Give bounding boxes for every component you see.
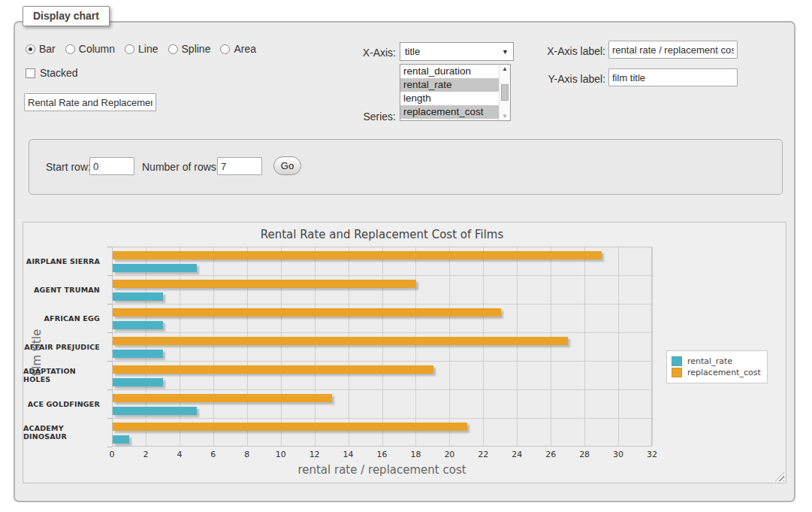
x-tick-label: 2 <box>131 450 161 459</box>
scroll-up-icon[interactable]: ▲ <box>500 65 510 72</box>
x-tick-label: 16 <box>367 450 397 459</box>
bar-rental_rate <box>113 378 163 386</box>
gridline <box>113 332 651 333</box>
radio-icon[interactable] <box>125 44 134 54</box>
stacked-checkbox[interactable] <box>26 68 35 78</box>
x-tick-label: 28 <box>569 450 599 459</box>
y-tick-mark <box>107 389 112 390</box>
start-row-input[interactable] <box>89 157 134 175</box>
x-axis-select-value: title <box>405 46 420 57</box>
number-of-rows-input[interactable] <box>217 157 262 175</box>
display-chart-panel: BarColumnLineSplineArea Stacked X-Axis: … <box>14 21 795 502</box>
series-scrollbar[interactable]: ▲ ▼ <box>499 65 510 120</box>
number-of-rows-label: Number of rows: <box>142 161 219 173</box>
gridline <box>584 247 585 446</box>
gridline <box>415 247 416 446</box>
bar-replacement_cost <box>113 337 568 345</box>
chart-legend: rental_ratereplacement_cost <box>666 350 768 383</box>
chart-title: Rental Rate and Replacement Cost of Film… <box>112 228 652 241</box>
plot-area <box>112 247 652 447</box>
x-tick-label: 8 <box>232 450 262 459</box>
legend-label: replacement_cost <box>687 368 761 377</box>
scroll-down-icon[interactable]: ▼ <box>500 113 510 120</box>
x-axis-label-input[interactable] <box>608 41 738 59</box>
y-axis-label-input[interactable] <box>608 68 738 86</box>
bar-replacement_cost <box>113 251 602 259</box>
x-tick-label: 32 <box>637 450 667 459</box>
chart-x-axis-title: rental rate / replacement cost <box>112 463 652 477</box>
bar-replacement_cost <box>113 394 332 402</box>
chart-type-radio-spline[interactable]: Spline <box>168 43 211 55</box>
x-tick-label: 26 <box>536 450 566 459</box>
y-axis-label-field-label: Y-Axis label: <box>518 73 605 85</box>
series-multiselect[interactable]: rental_durationrental_ratelengthreplacem… <box>400 64 511 121</box>
resize-handle-icon[interactable] <box>775 472 784 481</box>
x-tick-label: 0 <box>97 450 127 459</box>
series-option-length[interactable]: length <box>400 92 499 105</box>
stacked-checkbox-row[interactable]: Stacked <box>26 67 78 79</box>
chevron-down-icon: ▼ <box>502 48 509 56</box>
y-category-label: AGENT TRUMAN <box>23 275 106 304</box>
radio-icon[interactable] <box>65 44 75 54</box>
x-tick-label: 12 <box>300 450 330 459</box>
panel-legend-tab: Display chart <box>23 6 110 26</box>
row-range-panel: Start row: Number of rows: Go <box>29 139 783 195</box>
y-category-label: ACADEMY DINOSAUR <box>23 418 106 447</box>
y-category-label: ADAPTATION HOLES <box>23 361 106 389</box>
chart-title-input[interactable] <box>24 93 156 111</box>
y-tick-mark <box>107 361 112 362</box>
gridline <box>113 275 651 276</box>
x-tick-label: 18 <box>400 450 430 459</box>
series-option-rental_rate[interactable]: rental_rate <box>400 78 499 92</box>
gridline <box>113 389 651 390</box>
legend-swatch-icon <box>672 356 682 366</box>
gridline <box>551 247 551 446</box>
radio-icon[interactable] <box>220 44 230 54</box>
chart-type-radio-column[interactable]: Column <box>65 43 115 55</box>
go-button[interactable]: Go <box>273 156 301 175</box>
x-axis-select[interactable]: title ▼ <box>400 42 514 61</box>
gridline <box>281 247 282 446</box>
gridline <box>483 247 484 446</box>
chart-type-radio-area[interactable]: Area <box>220 43 256 55</box>
y-tick-mark <box>107 304 112 304</box>
scrollbar-thumb[interactable] <box>501 84 509 101</box>
x-tick-label: 4 <box>165 450 195 459</box>
bar-rental_rate <box>113 264 197 272</box>
x-tick-label: 6 <box>198 450 228 459</box>
x-tick-label: 10 <box>266 450 296 459</box>
y-category-label: AIRPLANE SIERRA <box>23 247 106 275</box>
gridline <box>247 247 248 446</box>
radio-icon[interactable] <box>26 44 35 54</box>
gridline <box>618 247 619 446</box>
y-category-label: ACE GOLDFINGER <box>23 389 106 418</box>
series-option-rental_duration[interactable]: rental_duration <box>400 65 499 78</box>
bar-replacement_cost <box>113 280 416 288</box>
bar-rental_rate <box>113 407 197 415</box>
bar-rental_rate <box>113 350 163 358</box>
radio-icon[interactable] <box>168 44 178 54</box>
bar-rental_rate <box>113 321 163 329</box>
gridline <box>382 247 383 446</box>
chart-type-radio-bar[interactable]: Bar <box>26 43 56 55</box>
series-option-replacement_cost[interactable]: replacement_cost <box>400 105 499 119</box>
y-category-label: AFFAIR PREJUDICE <box>23 332 106 361</box>
legend-label: rental_rate <box>687 356 732 366</box>
gridline <box>113 361 651 362</box>
bar-replacement_cost <box>113 365 433 374</box>
stacked-label: Stacked <box>40 67 78 79</box>
chart-type-group: BarColumnLineSplineArea <box>26 43 266 57</box>
x-tick-label: 14 <box>334 450 364 459</box>
gridline <box>113 304 651 304</box>
start-row-label: Start row: <box>46 161 91 173</box>
y-tick-mark <box>107 418 112 419</box>
y-tick-mark <box>107 447 112 447</box>
gridline <box>517 247 518 446</box>
gridline <box>146 247 146 446</box>
chart-type-radio-label: Bar <box>39 43 56 55</box>
x-axis-label-field-label: X-Axis label: <box>518 45 605 57</box>
x-tick-label: 22 <box>468 450 498 459</box>
chart-type-radio-line[interactable]: Line <box>125 43 158 55</box>
legend-entry-rental_rate: rental_rate <box>672 356 761 366</box>
y-tick-mark <box>107 332 112 333</box>
